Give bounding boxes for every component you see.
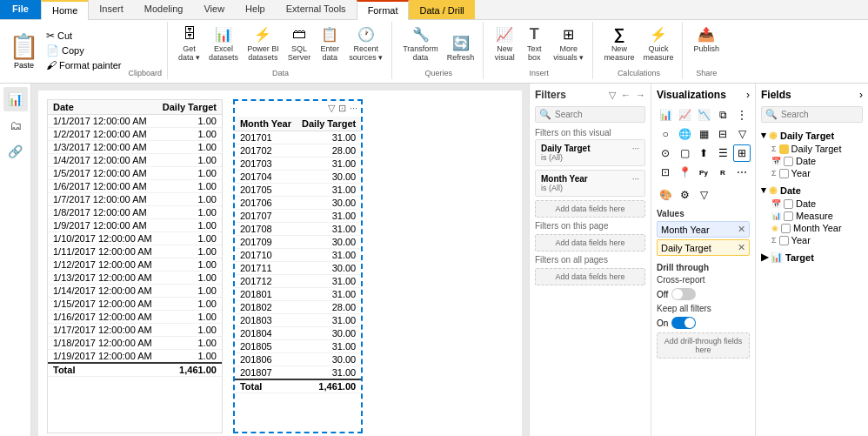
field-item-month-year[interactable]: ◉ Month Year [761,222,863,234]
viz-gauge[interactable]: ⊙ [657,144,674,162]
add-drill-fields-btn[interactable]: Add drill-through fields here [657,332,750,359]
more-icon[interactable]: ··· [350,103,357,114]
new-measure-btn[interactable]: ∑ Newmeasure [600,22,638,64]
filter-funnel-icon[interactable]: ▽ [609,90,616,101]
viz-line-chart[interactable]: 📈 [676,106,693,124]
viz-filter-icon[interactable]: ▽ [695,186,712,204]
filter-toolbar-icon[interactable]: ▽ [328,103,335,114]
field-item-measure[interactable]: 📊 Measure [761,210,863,222]
new-visual-btn[interactable]: 📈 Newvisual [491,22,518,64]
filter-search[interactable]: 🔍 [535,106,645,123]
tab-help[interactable]: Help [235,0,276,19]
keep-filters-toggle[interactable]: On [657,317,750,329]
year-2-checkbox[interactable] [779,236,789,245]
viz-field-daily-target-remove[interactable]: ✕ [738,242,745,253]
field-item-daily-target[interactable]: Σ Daily Target [761,143,863,155]
text-box-btn[interactable]: T Textbox [520,22,548,64]
viz-custom[interactable]: ⋯ [733,164,751,181]
nav-report-icon[interactable]: 📊 [3,87,28,111]
viz-field-month-year[interactable]: Month Year ✕ [657,221,750,238]
date-2-checkbox[interactable] [784,199,793,209]
filter-search-input[interactable] [555,110,641,119]
cut-btn[interactable]: ✂Cut [43,29,125,43]
tab-home[interactable]: Home [41,0,89,20]
paste-btn[interactable]: 📋 Paste [9,22,43,79]
viz-scatter[interactable]: ⋮ [733,106,751,124]
field-group-target-header[interactable]: ▶ 📊 Target [761,250,863,265]
viz-area-chart[interactable]: 📉 [695,106,712,124]
canvas-white[interactable]: Date Daily Target 1/1/2017 12:00:00 AM1.… [38,91,522,436]
keep-filters-track[interactable] [671,317,696,329]
format-painter-btn[interactable]: 🖌Format painter [43,58,125,72]
tab-external-tools[interactable]: External Tools [276,0,357,19]
transform-btn[interactable]: 🔧 Transformdata [399,22,442,64]
filter-forward-icon[interactable]: → [636,90,645,101]
viz-table[interactable]: ⊞ [733,144,751,162]
field-item-date-2[interactable]: 📅 Date [761,198,863,210]
viz-waterfall[interactable]: ⊟ [714,125,731,143]
table2-widget[interactable]: ▽ ⊡ ··· Month Year Daily Target 20170131… [233,99,363,433]
viz-settings-icon[interactable]: ⚙ [676,186,693,204]
viz-combo-chart[interactable]: ⧉ [714,106,731,124]
tab-format[interactable]: Format [357,0,410,20]
viz-azure-map[interactable]: 📍 [676,164,693,181]
filter-back-icon[interactable]: ← [621,90,631,101]
filter-item-month-year[interactable]: Month Year ··· is (All) [535,170,645,197]
refresh-btn[interactable]: 🔄 Refresh [444,30,478,64]
excel-btn[interactable]: 📊 Exceldatasets [205,22,242,64]
field-item-date-1[interactable]: 📅 Date [761,155,863,167]
tab-insert[interactable]: Insert [89,0,134,19]
field-item-year-1[interactable]: Σ Year [761,167,863,179]
enter-data-btn[interactable]: 📋 Enterdata [316,22,344,64]
daily-target-checkbox[interactable] [779,144,789,154]
field-item-year-2[interactable]: Σ Year [761,234,863,246]
viz-slicer[interactable]: ☰ [714,144,731,162]
tab-view[interactable]: View [193,0,235,19]
cross-report-track[interactable] [671,288,696,300]
fields-expand-icon[interactable]: › [859,89,863,101]
viz-field-month-year-remove[interactable]: ✕ [738,224,745,235]
viz-expand-icon[interactable]: › [746,89,750,101]
viz-map[interactable]: 🌐 [676,125,693,143]
viz-py[interactable]: Py [695,164,712,181]
viz-bar-chart[interactable]: 📊 [657,106,674,124]
table1-widget[interactable]: Date Daily Target 1/1/2017 12:00:00 AM1.… [47,99,223,433]
viz-pie[interactable]: ○ [657,125,674,143]
viz-card[interactable]: ▢ [676,144,693,162]
measure-checkbox[interactable] [784,211,793,221]
filter-more-1[interactable]: ··· [632,144,639,153]
fields-search-input[interactable] [781,110,858,119]
tab-file[interactable]: File [0,0,41,19]
filter-more-2[interactable]: ··· [632,174,639,184]
viz-treemap[interactable]: ▦ [695,125,712,143]
publish-btn[interactable]: 📤 Publish [690,22,723,55]
viz-field-daily-target[interactable]: Daily Target ✕ [657,239,750,256]
month-year-checkbox[interactable] [781,224,791,233]
recent-sources-btn[interactable]: 🕐 Recentsources ▾ [345,22,386,64]
cross-report-toggle[interactable]: Off [657,288,750,300]
sql-btn[interactable]: 🗃 SQLServer [284,22,315,64]
add-data-visual-btn[interactable]: Add data fields here [535,200,645,218]
viz-kpi[interactable]: ⬆ [695,144,712,162]
year-1-checkbox[interactable] [779,169,789,178]
fields-search[interactable]: 🔍 [761,106,863,123]
quick-measure-btn[interactable]: ⚡ Quickmeasure [639,22,677,64]
more-visuals-btn[interactable]: ⊞ Morevisuals ▾ [550,22,587,64]
viz-funnel[interactable]: ▽ [733,125,751,143]
tab-data-drill[interactable]: Data / Drill [409,0,474,19]
filter-item-daily-target[interactable]: Daily Target ··· is (All) [535,139,645,166]
tab-modeling[interactable]: Modeling [134,0,194,19]
focus-icon[interactable]: ⊡ [338,103,346,114]
copy-btn[interactable]: 📄Copy [43,44,125,57]
add-data-page-btn[interactable]: Add data fields here [535,234,645,252]
field-group-date-header[interactable]: ▾ ◉ Date [761,183,863,198]
nav-model-icon[interactable]: 🔗 [3,139,28,164]
powerbi-btn[interactable]: ⚡ Power BIdatasets [244,22,283,64]
viz-format-icon[interactable]: 🎨 [657,186,674,204]
nav-data-icon[interactable]: 🗂 [3,113,28,138]
date-1-checkbox[interactable] [784,157,793,166]
viz-r[interactable]: R [714,164,731,181]
field-group-daily-target-header[interactable]: ▾ ◉ Daily Target [761,128,863,143]
add-data-all-pages-btn[interactable]: Add data fields here [535,268,645,285]
viz-matrix[interactable]: ⊡ [657,164,674,181]
